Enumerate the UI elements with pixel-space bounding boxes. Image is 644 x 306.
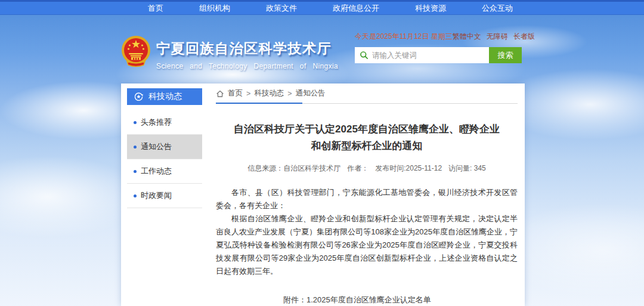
article-meta-part: 作者：	[347, 164, 369, 172]
nav-item[interactable]: 科技资源	[397, 2, 464, 14]
sidebar: 科技动态 头条推荐 通知公告 工作动态 时政要闻	[121, 84, 208, 306]
sidebar-item[interactable]: 头条推荐	[127, 110, 202, 135]
sidebar-item-label: 通知公告	[141, 141, 172, 152]
bullet-dot-icon	[134, 170, 137, 173]
article-meta: 信息来源：自治区科学技术厅作者：发布时间:2025-11-12访问量: 345	[216, 163, 518, 174]
search-input[interactable]	[369, 51, 489, 60]
main-content: 首页>科技动态>通知公告 自治区科技厅关于认定2025年度自治区雏鹰企业、瞪羚企…	[208, 84, 525, 306]
sidebar-item[interactable]: 工作动态	[127, 159, 202, 184]
national-emblem-logo	[121, 35, 151, 67]
sidebar-item-label: 时政要闻	[141, 190, 172, 201]
sidebar-item[interactable]: 时政要闻	[127, 184, 202, 208]
nav-item[interactable]: 政策文件	[248, 2, 315, 14]
article-body: 各市、县（区）科技管理部门，宁东能源化工基地管委会，银川经济技术开发区管委会，各…	[216, 186, 518, 278]
article-paragraph: 根据自治区雏鹰企业、瞪羚企业和创新型标杆企业认定管理有关规定，决定认定半亩良人农…	[216, 212, 518, 278]
site-header: 宁夏回族自治区科学技术厅 Science and Technology Depa…	[0, 16, 644, 84]
sidebar-item-label: 工作动态	[141, 166, 172, 177]
sidebar-item[interactable]: 通知公告	[127, 135, 202, 159]
breadcrumb-item[interactable]: 首页	[228, 88, 243, 98]
attachments-list: 1.2025年度自治区雏鹰企业认定名单2.2025年度自治区瞪羚企业认定名单3.…	[306, 293, 454, 306]
article-meta-part: 发布时间:2025-11-12	[375, 164, 442, 172]
quick-link[interactable]: 繁體中文	[453, 32, 481, 42]
nav-item[interactable]: 公众互动	[464, 2, 531, 14]
bullet-dot-icon	[134, 194, 137, 197]
sidebar-header: 科技动态	[127, 88, 202, 105]
breadcrumb-items: 首页>科技动态>通知公告	[228, 88, 326, 98]
quick-link[interactable]: 无障碍	[487, 32, 508, 42]
tech-news-icon	[134, 92, 144, 102]
content-wrapper: 科技动态 头条推荐 通知公告 工作动态 时政要闻	[121, 84, 525, 306]
search-button[interactable]: 搜索	[489, 47, 522, 63]
search-icon	[360, 51, 369, 60]
current-date: 今天是2025年11月12日 星期三	[355, 32, 453, 42]
nav-item[interactable]: 政府信息公开	[315, 2, 397, 14]
bullet-dot-icon	[134, 121, 137, 124]
bullet-dot-icon	[134, 146, 137, 149]
quick-links: 繁體中文无障碍长者版	[453, 32, 535, 42]
article-meta-part: 信息来源：自治区科学技术厅	[247, 164, 340, 172]
article-paragraph: 各市、县（区）科技管理部门，宁东能源化工基地管委会，银川经济技术开发区管委会，各…	[216, 186, 518, 212]
quick-link[interactable]: 长者版	[513, 32, 535, 42]
attachments-section: 附件： 1.2025年度自治区雏鹰企业认定名单2.2025年度自治区瞪羚企业认定…	[216, 293, 518, 306]
search-bar: 搜索	[355, 47, 522, 63]
attachment-link[interactable]: 1.2025年度自治区雏鹰企业认定名单	[306, 293, 454, 306]
sidebar-title: 科技动态	[148, 91, 182, 102]
home-icon	[216, 89, 224, 98]
article-title-line: 和创新型标杆企业的通知	[216, 138, 518, 154]
article-meta-part: 访问量: 345	[448, 164, 486, 172]
article-title-line: 自治区科技厅关于认定2025年度自治区雏鹰企业、瞪羚企业	[216, 121, 518, 138]
sidebar-menu: 头条推荐 通知公告 工作动态 时政要闻	[127, 110, 202, 208]
sidebar-item-label: 头条推荐	[141, 117, 172, 128]
nav-item[interactable]: 组织机构	[181, 2, 248, 14]
breadcrumb-item[interactable]: 通知公告	[296, 88, 326, 98]
site-subtitle: Science and Technology Department of Nin…	[156, 62, 338, 70]
breadcrumb: 首页>科技动态>通知公告	[216, 84, 518, 104]
search-input-wrap	[355, 47, 489, 63]
attachments-label: 附件：	[283, 293, 306, 306]
breadcrumb-item[interactable]: 科技动态	[254, 88, 284, 98]
nav-item[interactable]: 首页	[130, 2, 181, 14]
top-nav: 首页组织机构政策文件政府信息公开科技资源公众互动	[0, 2, 644, 15]
site-title: 宁夏回族自治区科学技术厅	[156, 39, 338, 58]
article-title: 自治区科技厅关于认定2025年度自治区雏鹰企业、瞪羚企业和创新型标杆企业的通知	[216, 121, 518, 154]
